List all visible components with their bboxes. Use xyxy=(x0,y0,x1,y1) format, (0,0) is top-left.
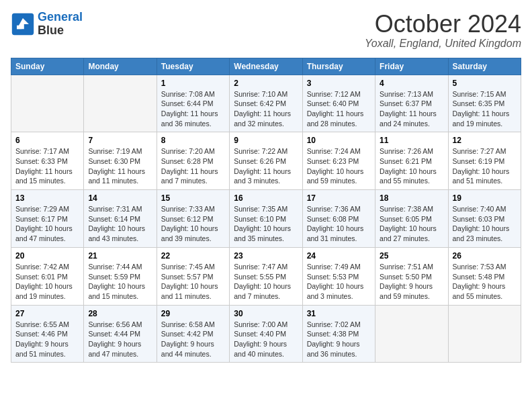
logo: General Blue xyxy=(11,11,83,38)
calendar-cell: 11Sunrise: 7:26 AMSunset: 6:21 PMDayligh… xyxy=(375,132,448,190)
calendar-cell: 23Sunrise: 7:47 AMSunset: 5:55 PMDayligh… xyxy=(230,247,302,305)
cell-sun-info: Sunrise: 7:15 AMSunset: 6:35 PMDaylight:… xyxy=(453,89,517,129)
weekday-header: Sunday xyxy=(11,58,84,75)
calendar-week-row: 6Sunrise: 7:17 AMSunset: 6:33 PMDaylight… xyxy=(11,132,521,190)
page-header: General Blue October 2024 Yoxall, Englan… xyxy=(11,11,521,50)
cell-sun-info: Sunrise: 7:26 AMSunset: 6:21 PMDaylight:… xyxy=(380,146,443,186)
cell-sun-info: Sunrise: 7:20 AMSunset: 6:28 PMDaylight:… xyxy=(161,146,225,186)
calendar-cell: 19Sunrise: 7:40 AMSunset: 6:03 PMDayligh… xyxy=(448,190,521,248)
day-number: 16 xyxy=(234,193,298,203)
day-number: 17 xyxy=(307,193,371,203)
day-number: 6 xyxy=(15,136,79,145)
calendar-cell: 31Sunrise: 7:02 AMSunset: 4:38 PMDayligh… xyxy=(302,305,375,363)
day-number: 12 xyxy=(453,136,517,145)
cell-sun-info: Sunrise: 7:00 AMSunset: 4:40 PMDaylight:… xyxy=(234,320,298,359)
cell-sun-info: Sunrise: 7:45 AMSunset: 5:57 PMDaylight:… xyxy=(161,262,225,302)
cell-sun-info: Sunrise: 7:02 AMSunset: 4:38 PMDaylight:… xyxy=(307,320,371,359)
calendar-cell xyxy=(448,305,521,363)
day-number: 2 xyxy=(234,79,298,88)
calendar-cell: 27Sunrise: 6:55 AMSunset: 4:46 PMDayligh… xyxy=(11,305,84,363)
logo-text: General Blue xyxy=(38,11,83,38)
day-number: 5 xyxy=(453,79,517,88)
day-number: 30 xyxy=(234,309,298,318)
calendar-cell: 15Sunrise: 7:33 AMSunset: 6:12 PMDayligh… xyxy=(157,190,229,248)
day-number: 19 xyxy=(453,193,517,203)
cell-sun-info: Sunrise: 7:51 AMSunset: 5:50 PMDaylight:… xyxy=(380,262,443,302)
cell-sun-info: Sunrise: 7:31 AMSunset: 6:14 PMDaylight:… xyxy=(88,204,152,244)
day-number: 4 xyxy=(380,79,443,88)
day-number: 10 xyxy=(307,136,371,145)
cell-sun-info: Sunrise: 7:29 AMSunset: 6:17 PMDaylight:… xyxy=(15,204,79,244)
calendar-cell: 17Sunrise: 7:36 AMSunset: 6:08 PMDayligh… xyxy=(302,190,375,248)
title-area: October 2024 Yoxall, England, United Kin… xyxy=(365,11,521,50)
day-number: 29 xyxy=(161,309,225,318)
cell-sun-info: Sunrise: 6:55 AMSunset: 4:46 PMDaylight:… xyxy=(15,320,79,359)
cell-sun-info: Sunrise: 6:56 AMSunset: 4:44 PMDaylight:… xyxy=(88,320,152,359)
day-number: 14 xyxy=(88,193,152,203)
calendar-header-row: SundayMondayTuesdayWednesdayThursdayFrid… xyxy=(11,58,521,75)
calendar-week-row: 13Sunrise: 7:29 AMSunset: 6:17 PMDayligh… xyxy=(11,190,521,248)
day-number: 31 xyxy=(307,309,371,318)
calendar-cell xyxy=(84,75,157,132)
calendar-cell: 20Sunrise: 7:42 AMSunset: 6:01 PMDayligh… xyxy=(11,247,84,305)
cell-sun-info: Sunrise: 7:17 AMSunset: 6:33 PMDaylight:… xyxy=(15,146,79,186)
day-number: 18 xyxy=(380,193,443,203)
day-number: 8 xyxy=(161,136,225,145)
day-number: 23 xyxy=(234,251,298,261)
cell-sun-info: Sunrise: 7:33 AMSunset: 6:12 PMDaylight:… xyxy=(161,204,225,244)
calendar-cell: 8Sunrise: 7:20 AMSunset: 6:28 PMDaylight… xyxy=(157,132,229,190)
calendar-cell: 26Sunrise: 7:53 AMSunset: 5:48 PMDayligh… xyxy=(448,247,521,305)
calendar-cell: 4Sunrise: 7:13 AMSunset: 6:37 PMDaylight… xyxy=(375,75,448,132)
day-number: 27 xyxy=(15,309,79,318)
day-number: 3 xyxy=(307,79,371,88)
calendar-week-row: 1Sunrise: 7:08 AMSunset: 6:44 PMDaylight… xyxy=(11,75,521,132)
weekday-header: Monday xyxy=(84,58,157,75)
weekday-header: Friday xyxy=(375,58,448,75)
day-number: 25 xyxy=(380,251,443,261)
day-number: 24 xyxy=(307,251,371,261)
cell-sun-info: Sunrise: 7:24 AMSunset: 6:23 PMDaylight:… xyxy=(307,146,371,186)
weekday-header: Tuesday xyxy=(157,58,229,75)
calendar-cell: 9Sunrise: 7:22 AMSunset: 6:26 PMDaylight… xyxy=(230,132,302,190)
day-number: 1 xyxy=(161,79,225,88)
cell-sun-info: Sunrise: 7:22 AMSunset: 6:26 PMDaylight:… xyxy=(234,146,298,186)
calendar-cell: 21Sunrise: 7:44 AMSunset: 5:59 PMDayligh… xyxy=(84,247,157,305)
day-number: 15 xyxy=(161,193,225,203)
day-number: 26 xyxy=(453,251,517,261)
day-number: 21 xyxy=(88,251,152,261)
calendar-cell: 3Sunrise: 7:12 AMSunset: 6:40 PMDaylight… xyxy=(302,75,375,132)
calendar-cell: 18Sunrise: 7:38 AMSunset: 6:05 PMDayligh… xyxy=(375,190,448,248)
calendar-cell: 7Sunrise: 7:19 AMSunset: 6:30 PMDaylight… xyxy=(84,132,157,190)
day-number: 11 xyxy=(380,136,443,145)
day-number: 13 xyxy=(15,193,79,203)
weekday-header: Thursday xyxy=(302,58,375,75)
calendar-week-row: 27Sunrise: 6:55 AMSunset: 4:46 PMDayligh… xyxy=(11,305,521,363)
calendar-cell: 2Sunrise: 7:10 AMSunset: 6:42 PMDaylight… xyxy=(230,75,302,132)
calendar-cell: 5Sunrise: 7:15 AMSunset: 6:35 PMDaylight… xyxy=(448,75,521,132)
cell-sun-info: Sunrise: 7:42 AMSunset: 6:01 PMDaylight:… xyxy=(15,262,79,302)
day-number: 22 xyxy=(161,251,225,261)
calendar-table: SundayMondayTuesdayWednesdayThursdayFrid… xyxy=(11,58,521,363)
cell-sun-info: Sunrise: 7:49 AMSunset: 5:53 PMDaylight:… xyxy=(307,262,371,302)
logo-icon xyxy=(11,12,35,36)
month-title: October 2024 xyxy=(365,11,521,38)
cell-sun-info: Sunrise: 7:35 AMSunset: 6:10 PMDaylight:… xyxy=(234,204,298,244)
cell-sun-info: Sunrise: 7:47 AMSunset: 5:55 PMDaylight:… xyxy=(234,262,298,302)
cell-sun-info: Sunrise: 7:12 AMSunset: 6:40 PMDaylight:… xyxy=(307,89,371,129)
day-number: 28 xyxy=(88,309,152,318)
calendar-cell: 6Sunrise: 7:17 AMSunset: 6:33 PMDaylight… xyxy=(11,132,84,190)
calendar-cell: 25Sunrise: 7:51 AMSunset: 5:50 PMDayligh… xyxy=(375,247,448,305)
cell-sun-info: Sunrise: 7:10 AMSunset: 6:42 PMDaylight:… xyxy=(234,89,298,129)
calendar-cell: 22Sunrise: 7:45 AMSunset: 5:57 PMDayligh… xyxy=(157,247,229,305)
cell-sun-info: Sunrise: 7:27 AMSunset: 6:19 PMDaylight:… xyxy=(453,146,517,186)
day-number: 20 xyxy=(15,251,79,261)
day-number: 9 xyxy=(234,136,298,145)
cell-sun-info: Sunrise: 7:53 AMSunset: 5:48 PMDaylight:… xyxy=(453,262,517,302)
calendar-cell: 13Sunrise: 7:29 AMSunset: 6:17 PMDayligh… xyxy=(11,190,84,248)
calendar-cell: 16Sunrise: 7:35 AMSunset: 6:10 PMDayligh… xyxy=(230,190,302,248)
calendar-cell xyxy=(11,75,84,132)
cell-sun-info: Sunrise: 7:44 AMSunset: 5:59 PMDaylight:… xyxy=(88,262,152,302)
cell-sun-info: Sunrise: 7:13 AMSunset: 6:37 PMDaylight:… xyxy=(380,89,443,129)
cell-sun-info: Sunrise: 7:38 AMSunset: 6:05 PMDaylight:… xyxy=(380,204,443,244)
cell-sun-info: Sunrise: 7:08 AMSunset: 6:44 PMDaylight:… xyxy=(161,89,225,129)
